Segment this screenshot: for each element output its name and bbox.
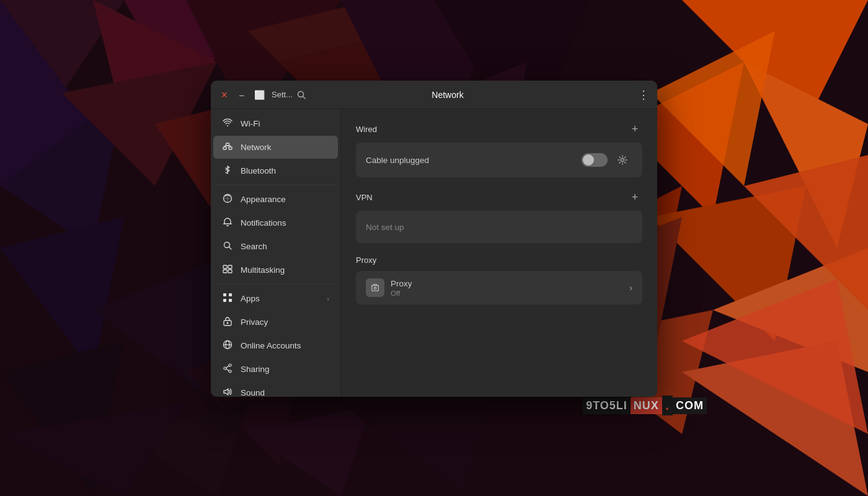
wired-card: Cable unplugged xyxy=(356,143,642,177)
menu-button[interactable]: ⋮ xyxy=(635,86,652,104)
sidebar-item-notifications[interactable]: Notifications xyxy=(213,211,338,234)
svg-point-65 xyxy=(621,159,624,162)
svg-point-61 xyxy=(224,367,226,370)
proxy-card-row[interactable]: Proxy Off › xyxy=(356,271,642,304)
online-accounts-label: Online Accounts xyxy=(241,341,301,350)
apps-icon xyxy=(222,293,233,304)
sound-label: Sound xyxy=(241,388,265,397)
wired-section-title: Wired + xyxy=(356,122,642,136)
wired-settings-button[interactable] xyxy=(613,150,632,170)
proxy-section-label: Proxy xyxy=(356,255,376,265)
svg-rect-54 xyxy=(229,299,232,302)
svg-point-62 xyxy=(229,370,231,373)
apps-label: Apps xyxy=(241,294,260,303)
sidebar-item-privacy[interactable]: Privacy xyxy=(213,311,338,334)
sharing-icon xyxy=(222,363,233,375)
proxy-icon xyxy=(366,278,384,297)
notifications-label: Notifications xyxy=(241,218,286,228)
sound-icon xyxy=(222,387,233,397)
wired-section: Wired + Cable unplugged xyxy=(356,122,642,177)
multitasking-label: Multitasking xyxy=(241,265,285,275)
titlebar: ✕ – ⬜ Sett... Network ⋮ xyxy=(211,81,657,109)
svg-rect-50 xyxy=(228,270,232,273)
proxy-chevron-icon: › xyxy=(629,283,632,293)
sidebar-item-sound[interactable]: Sound xyxy=(213,381,338,397)
svg-rect-53 xyxy=(223,299,226,302)
sidebar-item-appearance[interactable]: Appearance xyxy=(213,188,338,211)
titlebar-controls: ✕ – ⬜ xyxy=(216,86,268,104)
proxy-card: Proxy Off › xyxy=(356,271,642,304)
vpn-card-row: Not set up xyxy=(356,211,642,243)
notifications-icon xyxy=(222,217,233,229)
window-title: Network xyxy=(310,90,585,100)
sidebar-item-search[interactable]: Search xyxy=(213,235,338,258)
vpn-label: VPN xyxy=(356,193,373,202)
svg-rect-38 xyxy=(229,147,232,149)
network-label: Network xyxy=(241,143,272,152)
proxy-item-label: Proxy xyxy=(391,279,629,288)
vpn-card: Not set up xyxy=(356,211,642,243)
minimize-button[interactable]: – xyxy=(233,86,250,104)
sidebar-item-sharing[interactable]: Sharing xyxy=(213,358,338,381)
network-icon xyxy=(222,141,233,153)
online-accounts-icon xyxy=(222,340,233,352)
vpn-status: Not set up xyxy=(366,223,404,232)
svg-point-66 xyxy=(374,287,376,290)
proxy-section: Proxy Proxy Off xyxy=(356,255,642,304)
wired-card-row: Cable unplugged xyxy=(356,143,642,177)
svg-line-63 xyxy=(226,366,229,368)
bluetooth-label: Bluetooth xyxy=(241,166,276,175)
svg-rect-37 xyxy=(223,147,226,149)
apps-chevron: › xyxy=(327,295,329,303)
svg-rect-52 xyxy=(229,293,232,296)
sidebar-divider-2 xyxy=(216,284,335,285)
bluetooth-icon xyxy=(222,165,233,177)
sidebar-item-wifi[interactable]: Wi-Fi xyxy=(213,112,338,135)
vpn-section: VPN + Not set up xyxy=(356,190,642,243)
svg-rect-49 xyxy=(223,270,227,273)
svg-rect-48 xyxy=(228,265,232,268)
sidebar-item-apps[interactable]: Apps › xyxy=(213,287,338,310)
watermark-part3: COM xyxy=(673,397,707,414)
sidebar-item-online-accounts[interactable]: Online Accounts xyxy=(213,334,338,357)
watermark: 9TO5LI NUX . COM xyxy=(583,396,707,415)
appearance-label: Appearance xyxy=(241,195,286,204)
wired-toggle[interactable] xyxy=(582,153,608,167)
sharing-label: Sharing xyxy=(241,365,270,374)
sidebar-item-bluetooth[interactable]: Bluetooth xyxy=(213,159,338,182)
sidebar-item-multitasking[interactable]: Multitasking xyxy=(213,259,338,281)
privacy-icon xyxy=(222,316,233,328)
wired-label: Wired xyxy=(356,125,377,134)
sidebar-item-network[interactable]: Network xyxy=(213,136,338,159)
svg-point-56 xyxy=(227,322,229,324)
svg-line-36 xyxy=(303,96,305,99)
close-button[interactable]: ✕ xyxy=(216,86,233,104)
wired-toggle-knob xyxy=(583,154,594,166)
cable-status: Cable unplugged xyxy=(366,156,582,165)
svg-rect-47 xyxy=(223,265,227,268)
privacy-label: Privacy xyxy=(241,317,268,327)
proxy-item-sub: Off xyxy=(391,290,629,297)
maximize-button[interactable]: ⬜ xyxy=(250,86,268,104)
main-content: Wi-Fi Network xyxy=(211,109,657,397)
svg-point-60 xyxy=(229,364,231,366)
wifi-icon xyxy=(222,118,233,130)
search-button[interactable] xyxy=(293,86,310,104)
proxy-section-title: Proxy xyxy=(356,255,642,265)
vpn-add-button[interactable]: + xyxy=(627,190,642,205)
wifi-label: Wi-Fi xyxy=(241,119,260,128)
multitasking-icon xyxy=(222,264,233,276)
watermark-part1: 9TO5LI xyxy=(583,397,631,414)
svg-line-64 xyxy=(226,369,229,371)
vpn-section-title: VPN + xyxy=(356,190,642,205)
watermark-part2: NUX xyxy=(631,397,662,414)
svg-line-46 xyxy=(229,247,232,250)
appearance-icon xyxy=(222,193,233,205)
sidebar-divider-1 xyxy=(216,185,335,185)
wired-add-button[interactable]: + xyxy=(627,122,642,136)
search-icon xyxy=(222,241,233,252)
search-label: Search xyxy=(241,242,267,251)
svg-rect-51 xyxy=(223,293,226,296)
app-name-label: Sett... xyxy=(272,90,293,99)
settings-window: ✕ – ⬜ Sett... Network ⋮ xyxy=(211,81,657,397)
